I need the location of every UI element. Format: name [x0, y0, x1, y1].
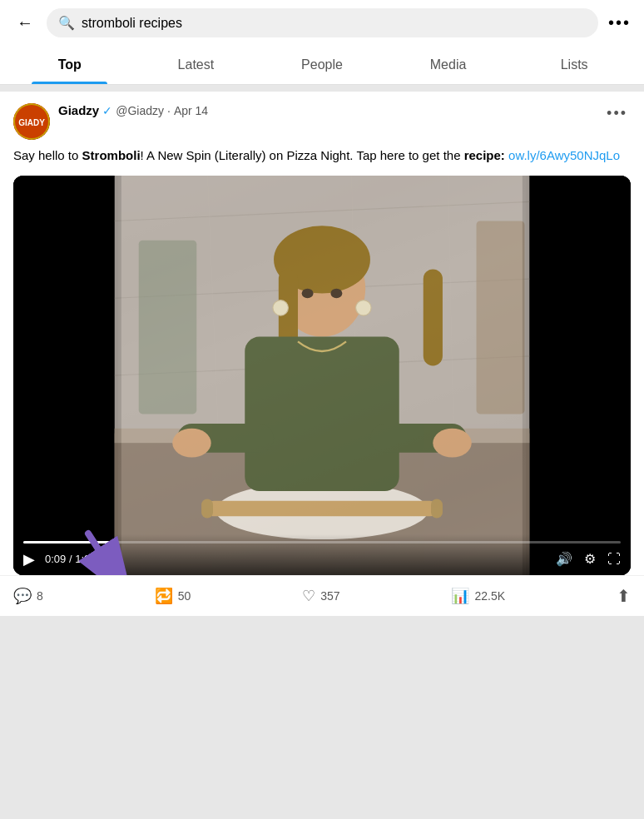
tab-media[interactable]: Media: [385, 46, 512, 84]
svg-line-34: [88, 534, 134, 575]
svg-rect-22: [245, 336, 399, 491]
tab-top[interactable]: Top: [7, 46, 133, 84]
tab-bar: Top Latest People Media Lists: [0, 46, 644, 85]
views-count: 22.5K: [474, 589, 505, 603]
header: ← 🔍 •••: [0, 0, 644, 46]
tweet-date: Apr 14: [174, 104, 208, 117]
tweet-meta: Giadzy ✓ @Giadzy · Apr 14: [58, 103, 595, 117]
settings-icon[interactable]: ⚙: [584, 551, 596, 567]
tab-lists[interactable]: Lists: [511, 46, 637, 84]
share-icon: ⬆: [617, 586, 631, 606]
retweet-count: 50: [178, 589, 191, 603]
search-icon: 🔍: [58, 15, 75, 31]
search-bar[interactable]: 🔍: [47, 8, 598, 37]
comment-count: 8: [37, 589, 43, 603]
share-action[interactable]: ⬆: [617, 586, 631, 606]
tweet-card: GIADY Giadzy ✓ @Giadzy · Apr 14 ••• Say …: [0, 92, 644, 575]
tab-people[interactable]: People: [259, 46, 385, 84]
arrow-icon: [63, 525, 163, 575]
svg-rect-3: [13, 176, 115, 575]
svg-point-26: [433, 428, 471, 457]
svg-rect-17: [431, 499, 443, 518]
avatar[interactable]: GIADY: [13, 103, 50, 140]
svg-rect-16: [201, 499, 213, 518]
play-button[interactable]: ▶: [23, 550, 35, 568]
views-icon: 📊: [451, 587, 469, 605]
svg-text:GIADY: GIADY: [18, 118, 45, 127]
video-container[interactable]: ▶ 0:09 / 1:00 🔊 ⚙ ⛶: [13, 176, 631, 575]
tweet-handle: @Giadzy: [116, 104, 164, 117]
heart-icon: ♡: [302, 587, 315, 605]
tweet-link[interactable]: ow.ly/6Awy50NJqLo: [508, 148, 620, 162]
kitchen-scene-svg: [13, 176, 631, 575]
comment-icon: 💬: [13, 587, 32, 605]
tab-latest[interactable]: Latest: [133, 46, 260, 84]
svg-point-27: [273, 300, 289, 315]
svg-point-29: [302, 288, 314, 298]
tweet-more-button[interactable]: •••: [603, 103, 631, 124]
fullscreen-icon[interactable]: ⛶: [607, 552, 621, 567]
svg-rect-31: [139, 240, 197, 414]
tweet-author[interactable]: Giadzy: [58, 103, 99, 117]
tweet-header: GIADY Giadzy ✓ @Giadzy · Apr 14 •••: [13, 103, 631, 140]
views-action[interactable]: 📊 22.5K: [451, 587, 505, 605]
verified-icon: ✓: [102, 104, 112, 117]
svg-point-28: [356, 300, 372, 315]
more-options-button[interactable]: •••: [608, 13, 631, 32]
like-count: 357: [320, 589, 339, 603]
search-input[interactable]: [82, 16, 587, 31]
video-placeholder: [13, 176, 631, 575]
retweet-icon: 🔁: [155, 587, 173, 605]
comment-action[interactable]: 💬 8: [13, 587, 43, 605]
tweet-dot: ·: [167, 104, 171, 117]
volume-icon[interactable]: 🔊: [556, 551, 572, 567]
svg-rect-32: [477, 221, 525, 414]
tweet-text: Say hello to Stromboli! A New Spin (Lite…: [13, 146, 631, 166]
svg-point-25: [172, 428, 211, 457]
retweet-action[interactable]: 🔁 50: [155, 587, 191, 605]
tweet-actions: 💬 8 🔁 50 ♡ 357 📊 22.5K ⬆: [0, 575, 644, 616]
back-button[interactable]: ←: [13, 10, 37, 36]
svg-point-30: [330, 288, 342, 298]
svg-rect-4: [529, 176, 631, 575]
like-action[interactable]: ♡ 357: [302, 587, 339, 605]
svg-rect-15: [206, 500, 438, 516]
svg-rect-21: [424, 269, 443, 365]
